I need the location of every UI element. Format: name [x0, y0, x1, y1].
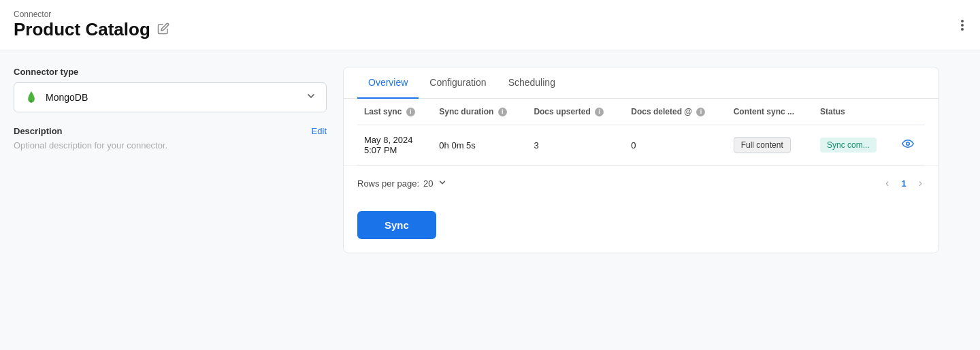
cell-sync-duration: 0h 0m 5s [432, 125, 527, 165]
docs-upserted-info-icon[interactable]: i [595, 108, 604, 116]
description-label: Description [14, 126, 63, 136]
edit-pencil-icon[interactable] [157, 22, 169, 37]
rows-chevron-icon [438, 178, 447, 189]
cell-docs-upserted: 3 [527, 125, 624, 165]
col-docs-deleted: Docs deleted @ i [624, 99, 726, 125]
sync-button-row: Sync [344, 200, 938, 253]
sync-table-container: Last sync i Sync duration i Docs upserte… [344, 99, 938, 165]
sync-table: Last sync i Sync duration i Docs upserte… [357, 99, 925, 165]
prev-page-button[interactable]: ‹ [883, 176, 892, 191]
tab-scheduling[interactable]: Scheduling [497, 67, 566, 99]
col-last-sync: Last sync i [357, 99, 432, 125]
last-sync-date: May 8, 2024 [364, 135, 425, 145]
cell-view [895, 125, 925, 165]
current-page-number[interactable]: 1 [897, 177, 910, 190]
col-actions [895, 99, 925, 125]
col-sync-duration: Sync duration i [432, 99, 527, 125]
svg-point-0 [906, 142, 909, 146]
col-content-sync: Content sync ... [727, 99, 813, 125]
next-page-button[interactable]: › [916, 176, 925, 191]
rows-per-page-value: 20 [423, 178, 433, 189]
edit-description-link[interactable]: Edit [312, 126, 327, 136]
cell-content-sync: Full content [727, 125, 813, 165]
rows-per-page-label: Rows per page: [357, 178, 419, 189]
connector-type-label: Connector type [14, 67, 327, 77]
view-icon[interactable] [902, 140, 914, 152]
col-status: Status [813, 99, 895, 125]
page-title: Product Catalog [14, 19, 150, 40]
tab-overview[interactable]: Overview [357, 67, 419, 99]
table-row: May 8, 2024 5:07 PM 0h 0m 5s 3 0 Full co… [357, 125, 925, 165]
description-row: Description Edit [14, 126, 327, 136]
last-sync-info-icon[interactable]: i [406, 108, 415, 116]
status-badge: Sync com... [820, 138, 877, 153]
description-placeholder: Optional description for your connector. [14, 140, 327, 150]
pagination-controls: ‹ 1 › [883, 176, 925, 191]
sync-button[interactable]: Sync [357, 211, 436, 239]
main-content: Connector type MongoDB Description Edit … [0, 50, 953, 270]
cell-last-sync: May 8, 2024 5:07 PM [357, 125, 432, 165]
connector-name: MongoDB [46, 92, 88, 103]
chevron-down-icon [306, 91, 316, 104]
header-title-area: Connector Product Catalog [14, 10, 169, 40]
more-options-icon[interactable] [958, 17, 966, 33]
connector-label: Connector [14, 10, 169, 19]
rows-per-page-selector[interactable]: Rows per page: 20 [357, 178, 447, 189]
mongodb-icon [24, 90, 39, 105]
cell-docs-deleted: 0 [624, 125, 726, 165]
tab-configuration[interactable]: Configuration [419, 67, 497, 99]
tabs: Overview Configuration Scheduling [344, 67, 938, 99]
full-content-badge: Full content [734, 137, 791, 153]
docs-deleted-info-icon[interactable]: i [696, 108, 705, 116]
table-header-row: Last sync i Sync duration i Docs upserte… [357, 99, 925, 125]
col-docs-upserted: Docs upserted i [527, 99, 624, 125]
pagination-row: Rows per page: 20 ‹ 1 › [344, 165, 938, 200]
sync-duration-info-icon[interactable]: i [498, 108, 507, 116]
right-panel: Overview Configuration Scheduling Last s… [343, 67, 939, 253]
left-panel: Connector type MongoDB Description Edit … [14, 67, 327, 253]
last-sync-time: 5:07 PM [364, 145, 425, 155]
page-header: Connector Product Catalog [0, 0, 980, 50]
connector-type-select[interactable]: MongoDB [14, 82, 327, 112]
cell-status: Sync com... [813, 125, 895, 165]
